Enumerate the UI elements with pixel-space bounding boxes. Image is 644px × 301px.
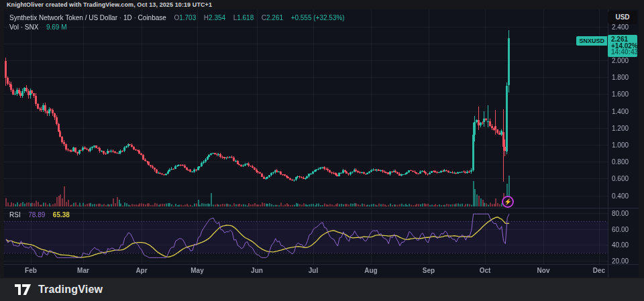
time-axis-label: Mar [77,265,89,276]
time-axis-label: Oct [480,265,491,276]
high-label: H [204,14,209,21]
price-axis-label: 1.800 [612,74,629,81]
rsi-label: RSI [9,211,21,219]
time-axis-label: Nov [537,265,550,276]
legend-separator: · [133,14,136,21]
brand-bar: TradingView [0,278,644,301]
symbol-tag[interactable]: SNXUSD [576,36,607,46]
rsi-axis-label: 60.00 [612,225,629,233]
high-value: 2.354 [209,14,225,21]
time-axis-label: May [191,265,203,276]
tradingview-snapshot: KnightOliver created with TradingView.co… [0,0,644,301]
rsi-legend-row[interactable]: RSI 78.89 65.38 [9,211,70,219]
time-axis-label: Jun [251,265,263,276]
price-axis-label: 2.000 [612,57,629,64]
attribution-text: KnightOliver created with TradingView.co… [7,0,212,9]
rsi-axis-label: 40.00 [612,241,629,249]
rsi-value: 78.89 [28,211,45,219]
price-axis-label: 0.800 [612,158,629,166]
time-axis-label: Dec [593,265,605,276]
symbol-legend-row[interactable]: Synthetix Network Token / US Dollar · 1D… [9,14,345,21]
interval-label: 1D [123,14,132,21]
tradingview-logo-icon[interactable] [15,283,32,296]
rsi-axis-label: 80.00 [612,210,629,217]
time-axis-label: Jul [309,265,318,276]
badge-countdown: 14:40:43 [611,49,637,56]
price-axis-label: 1.200 [612,124,629,131]
change-value: +0.555 (+32.53%) [291,14,345,21]
lightning-icon: ⚡ [504,198,511,205]
rsi-axis-label: 20.00 [612,257,629,265]
time-axis-label: Aug [364,265,377,276]
price-axis-label: 1.000 [612,141,629,149]
time-axis-label: Sep [423,265,435,276]
close-label: C [262,14,266,21]
axis-layer[interactable]: 2.4002.2002.0001.8001.6001.4001.2001.000… [4,9,639,278]
currency-usd-button[interactable]: USD [608,11,637,24]
time-axis-label: Apr [136,265,147,276]
brand-name[interactable]: TradingView [38,284,103,296]
volume-value: 9.69 M [46,23,67,31]
price-axis-label: 0.400 [612,192,629,199]
price-axis-label: 0.600 [612,175,629,182]
close-value: 2.261 [266,14,283,21]
volume-label: Vol · SNX [9,23,38,31]
rsi-ma-value: 65.38 [53,211,70,219]
time-axis-label: Feb [25,265,37,276]
price-axis-label: 1.600 [612,91,629,98]
symbol-title: Synthetix Network Token / US Dollar [9,14,117,21]
exchange-label: Coinbase [138,14,166,21]
volume-legend-row[interactable]: Vol · SNX 9.69 M [9,23,67,31]
low-value: 1.618 [237,14,254,21]
legend-separator: · [119,14,121,21]
flash-marker[interactable]: ⚡ [502,196,514,208]
open-value: 1.703 [179,14,196,21]
price-axis-label: 1.400 [612,107,629,115]
last-price-badge[interactable]: 2.261 +14.02% 14:40:43 [608,35,637,57]
chart-panel: 2.4002.2002.0001.8001.6001.4001.2001.000… [4,9,639,278]
